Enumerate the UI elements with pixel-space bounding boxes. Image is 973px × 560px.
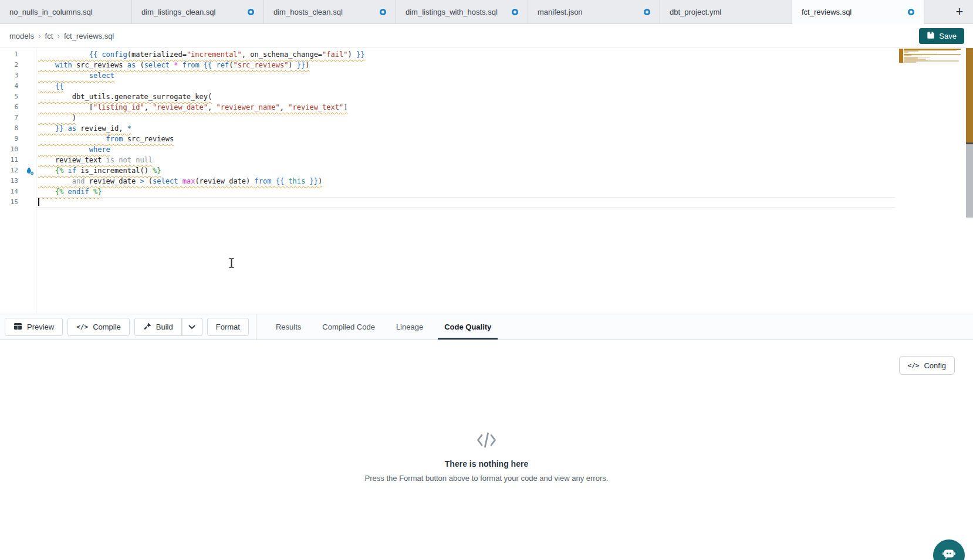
file-tab-dim_hosts_clean.sql[interactable]: dim_hosts_clean.sql — [264, 0, 396, 23]
compile-button[interactable]: </> Compile — [67, 318, 130, 336]
code-line-13[interactable]: 13 and review_date > (select max(review_… — [0, 176, 973, 186]
minimap[interactable] — [899, 49, 965, 65]
file-tab-dbt_project.yml[interactable]: dbt_project.yml — [660, 0, 792, 23]
tab-label: manifest.json — [538, 8, 638, 16]
code-line-14[interactable]: 14 {% endif %} — [0, 186, 973, 197]
code-quality-panel: </> Config There is nothing here Press t… — [0, 340, 973, 560]
line-content: select — [36, 70, 114, 81]
line-content — [36, 197, 39, 208]
code-line-7[interactable]: 7 ) — [0, 113, 973, 123]
new-tab-button[interactable]: + — [952, 5, 967, 18]
line-content: review_text is not null — [36, 155, 153, 165]
line-number: 15 — [0, 197, 36, 208]
minimap-line — [904, 54, 961, 55]
build-button[interactable]: Build — [134, 318, 182, 336]
preview-button-label: Preview — [27, 323, 54, 331]
empty-state: There is nothing here Press the Format b… — [0, 432, 973, 483]
tab-label: dim_listings_with_hosts.sql — [406, 8, 506, 16]
line-content: {% endif %} — [36, 186, 102, 197]
file-tab-no_nulls_in_columns.sql[interactable]: no_nulls_in_columns.sql — [0, 0, 132, 23]
code-brackets-icon: </> — [76, 323, 88, 331]
line-content: and review_date > (select max(review_dat… — [36, 176, 322, 186]
code-line-8[interactable]: 8 }} as review_id, * — [0, 123, 973, 134]
tab-label: dbt_project.yml — [670, 8, 782, 16]
breadcrumb-item-fct[interactable]: fct — [45, 32, 53, 40]
panel-tab-lineage[interactable]: Lineage — [390, 314, 430, 340]
line-number: 10 — [0, 144, 36, 155]
code-line-15[interactable]: 15 — [0, 197, 973, 208]
tab-label: dim_listings_clean.sql — [141, 8, 242, 16]
scrollbar-thumb-edge — [966, 142, 973, 144]
file-tab-fct_reviews.sql[interactable]: fct_reviews.sql — [792, 0, 924, 24]
editor-scrollbar[interactable] — [966, 48, 973, 218]
file-tab-dim_listings_with_hosts.sql[interactable]: dim_listings_with_hosts.sql — [396, 0, 528, 23]
line-content: dbt_utils.generate_surrogate_key( — [36, 91, 212, 102]
save-button-label: Save — [939, 32, 957, 40]
format-button[interactable]: Format — [207, 318, 249, 336]
table-grid-icon — [13, 323, 22, 332]
breadcrumb: models›fct›fct_reviews.sql — [9, 31, 114, 40]
line-content: {{ config(materialized="incremental", on… — [36, 49, 364, 60]
line-number: 7 — [0, 113, 36, 123]
mouse-cursor-ibeam — [228, 257, 235, 270]
code-line-5[interactable]: 5 dbt_utils.generate_surrogate_key( — [0, 91, 973, 102]
code-editor[interactable]: 1 {{ config(materialized="incremental", … — [0, 48, 973, 314]
build-split-button: Build — [134, 318, 202, 336]
minimap-gutter-block — [899, 49, 903, 63]
code-brackets-icon — [476, 440, 497, 450]
breadcrumb-separator: › — [57, 31, 60, 40]
file-tab-manifest.json[interactable]: manifest.json — [528, 0, 660, 23]
unsaved-changes-indicator — [512, 9, 518, 15]
scrollbar-warning-marks — [966, 48, 973, 142]
code-line-2[interactable]: 2 with src_reviews as (select * from {{ … — [0, 60, 973, 70]
unsaved-changes-indicator — [248, 9, 254, 15]
tab-label: fct_reviews.sql — [802, 8, 902, 16]
code-line-12[interactable]: 12 {% if is_incremental() %} — [0, 165, 973, 176]
preview-button[interactable]: Preview — [5, 318, 63, 336]
code-line-3[interactable]: 3 select — [0, 70, 973, 81]
panel-tab-compiled-code[interactable]: Compiled Code — [316, 314, 381, 340]
code-lines: 1 {{ config(materialized="incremental", … — [0, 49, 973, 208]
empty-state-subtitle: Press the Format button above to format … — [0, 474, 973, 483]
line-content: {{ — [36, 81, 63, 91]
build-options-dropdown[interactable] — [182, 318, 202, 336]
unsaved-changes-indicator — [644, 9, 650, 15]
breadcrumb-item-models[interactable]: models — [9, 32, 34, 40]
line-number: 8 — [0, 123, 36, 134]
breadcrumb-separator: › — [38, 31, 41, 40]
compile-button-label: Compile — [93, 323, 121, 331]
tab-label: no_nulls_in_columns.sql — [9, 8, 122, 16]
panel-tab-list: ResultsCompiled CodeLineageCode Quality — [269, 314, 506, 340]
file-tab-dim_listings_clean.sql[interactable]: dim_listings_clean.sql — [132, 0, 264, 23]
panel-tab-results[interactable]: Results — [269, 314, 308, 340]
toolbar-divider — [256, 314, 256, 340]
tab-label: dim_hosts_clean.sql — [273, 8, 374, 16]
panel-tab-code-quality[interactable]: Code Quality — [438, 314, 498, 340]
text-caret — [38, 198, 39, 206]
line-content: ) — [36, 113, 76, 123]
line-content: {% if is_incremental() %} — [36, 165, 161, 176]
minimap-line — [904, 62, 916, 63]
save-button[interactable]: Save — [919, 28, 964, 44]
breadcrumb-item-fct_reviews.sql[interactable]: fct_reviews.sql — [64, 32, 114, 40]
save-icon — [927, 31, 935, 41]
copilot-chat-button[interactable] — [933, 539, 965, 560]
code-line-4[interactable]: 4 {{ — [0, 81, 973, 91]
hammer-icon — [143, 322, 151, 332]
line-content: with src_reviews as (select * from {{ re… — [36, 60, 310, 70]
line-number: 4 — [0, 81, 36, 91]
code-line-11[interactable]: 11 review_text is not null — [0, 155, 973, 165]
editor-tab-bar: no_nulls_in_columns.sqldim_listings_clea… — [0, 0, 973, 24]
tab-bar-spacer: + — [924, 0, 973, 23]
line-number: 5 — [0, 91, 36, 102]
config-button[interactable]: </> Config — [899, 356, 955, 375]
line-number: 3 — [0, 70, 36, 81]
code-line-6[interactable]: 6 ["listing_id", "review_date", "reviewe… — [0, 102, 973, 113]
line-number: 14 — [0, 186, 36, 197]
code-line-9[interactable]: 9 from src_reviews — [0, 134, 973, 144]
line-content: from src_reviews — [36, 134, 174, 144]
code-line-10[interactable]: 10 where — [0, 144, 973, 155]
code-brackets-icon: </> — [908, 362, 920, 369]
code-line-1[interactable]: 1 {{ config(materialized="incremental", … — [0, 49, 973, 60]
line-content: }} as review_id, * — [36, 123, 131, 134]
